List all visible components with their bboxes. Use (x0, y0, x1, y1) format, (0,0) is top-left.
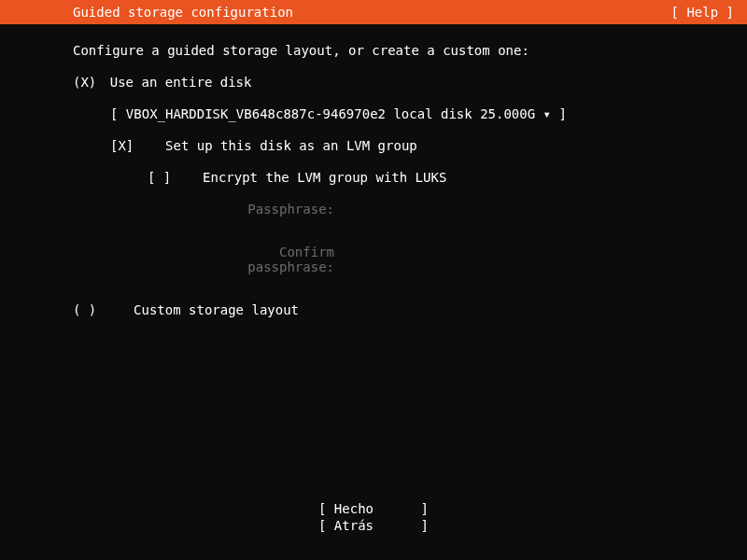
radio-custom[interactable]: ( ) (73, 302, 96, 317)
back-button[interactable]: [ Atrás ] (0, 517, 747, 534)
option-encrypt[interactable]: [ ] Encrypt the LVM group with LUKS (148, 170, 747, 185)
label-custom: Custom storage layout (134, 302, 299, 317)
help-button[interactable]: [ Help ] (671, 5, 734, 20)
passphrase-field: Passphrase: (185, 202, 747, 217)
done-button[interactable]: [ Hecho ] (0, 500, 747, 517)
confirm-passphrase-label: Confirm passphrase: (185, 245, 334, 274)
content-area: Configure a guided storage layout, or cr… (0, 24, 747, 317)
page-title: Guided storage configuration (73, 5, 293, 20)
radio-entire-disk[interactable]: (X) (73, 75, 96, 90)
label-encrypt: Encrypt the LVM group with LUKS (203, 170, 446, 185)
disk-selector[interactable]: [ VBOX_HARDDISK_VB648c887c-946970e2 loca… (110, 106, 747, 121)
intro-text: Configure a guided storage layout, or cr… (73, 43, 747, 58)
label-entire-disk: Use an entire disk (110, 75, 252, 90)
passphrase-label: Passphrase: (185, 202, 334, 217)
option-entire-disk[interactable]: (X) Use an entire disk (73, 75, 747, 90)
option-lvm[interactable]: [X] Set up this disk as an LVM group (110, 138, 747, 153)
confirm-passphrase-field: Confirm passphrase: (185, 245, 747, 274)
option-custom[interactable]: ( ) Custom storage layout (73, 302, 747, 317)
label-lvm: Set up this disk as an LVM group (165, 138, 417, 153)
disk-select-value[interactable]: [ VBOX_HARDDISK_VB648c887c-946970e2 loca… (110, 106, 567, 121)
checkbox-lvm[interactable]: [X] (110, 138, 134, 153)
checkbox-encrypt[interactable]: [ ] (148, 170, 171, 185)
header-bar: Guided storage configuration [ Help ] (0, 0, 747, 24)
footer-buttons: [ Hecho ] [ Atrás ] (0, 500, 747, 534)
